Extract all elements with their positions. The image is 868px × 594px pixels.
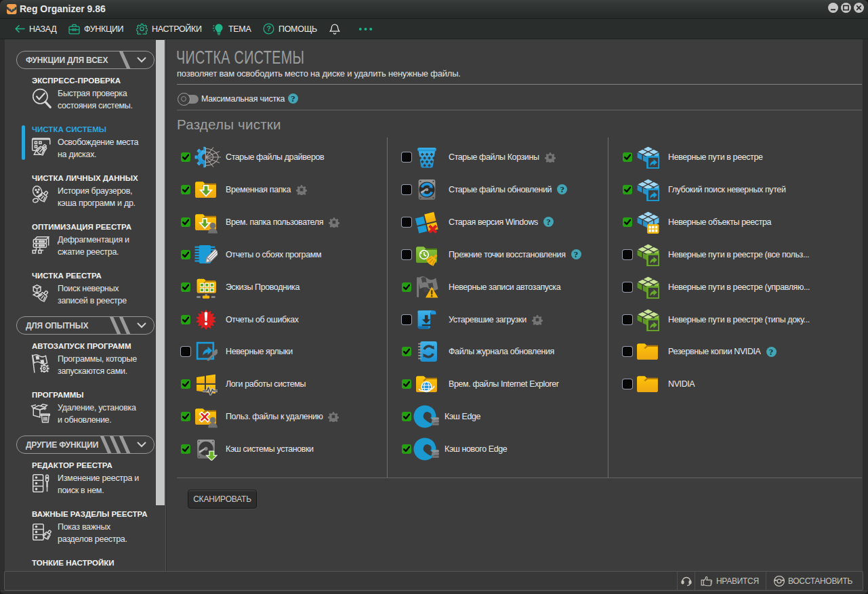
svg-text:?: ?: [266, 24, 270, 33]
